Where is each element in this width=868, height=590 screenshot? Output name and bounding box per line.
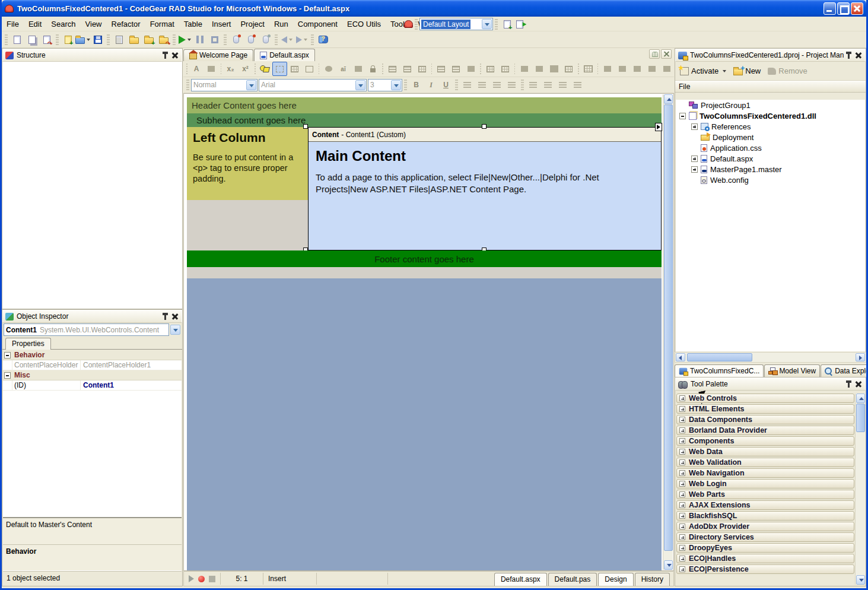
row-below-icon[interactable] (498, 62, 513, 76)
block-element-icon[interactable] (351, 62, 365, 76)
expand-icon[interactable] (679, 459, 685, 465)
left-column-region[interactable]: Left Column Be sure to put content in a … (187, 127, 308, 200)
category-adodbx-provider[interactable]: AdoDbx Provider (676, 522, 854, 531)
tree-item-references[interactable]: References (676, 121, 865, 132)
menu-eco-utils[interactable]: ECO Utils (342, 18, 386, 30)
superscript-icon[interactable]: x² (238, 62, 253, 76)
content-control[interactable]: Content - Content1 (Custom) Main Content… (308, 127, 662, 250)
category-web-data[interactable]: Web Data (676, 447, 854, 456)
delete-column-icon[interactable] (659, 62, 674, 76)
expand-icon[interactable] (679, 438, 685, 444)
increase-indent-icon[interactable] (570, 78, 585, 92)
tree-item-projectgroup1[interactable]: ProjectGroup1 (676, 100, 865, 110)
category-web-parts[interactable]: Web Parts (676, 490, 854, 499)
help-icon[interactable] (316, 33, 330, 47)
structure-pin-icon[interactable] (160, 51, 170, 60)
expand-icon[interactable] (691, 166, 698, 173)
tool-palette-scrollbar[interactable] (855, 394, 865, 585)
collapse-icon[interactable] (4, 352, 11, 359)
tree-item-application-css[interactable]: Application.css (676, 142, 865, 153)
content-control-body[interactable]: Main Content To add a page to this appli… (309, 142, 661, 201)
category-row-misc[interactable]: Misc (3, 370, 182, 380)
object-selector-combo[interactable]: Content1 System.Web.UI.WebControls.Conte… (4, 323, 169, 336)
italic-icon[interactable]: I (424, 78, 438, 92)
new-items-icon[interactable] (9, 33, 24, 47)
tab-project-manager[interactable]: TwoColumnsFixedC... (675, 364, 764, 377)
property-value[interactable]: Content1 (81, 381, 182, 389)
tree-item-project-dll[interactable]: TwoColumnsFixedCentered1.dll (676, 110, 865, 121)
align-table-left-icon[interactable] (385, 62, 400, 76)
flow-layout-icon[interactable] (321, 62, 336, 76)
scroll-left-icon[interactable] (676, 353, 685, 361)
cell-fill-icon[interactable] (546, 62, 561, 76)
font-size-combo[interactable]: 3 (368, 79, 402, 91)
property-value[interactable]: ContentPlaceHolder1 (81, 361, 182, 369)
show-glyphs-icon[interactable] (257, 62, 272, 76)
category-web-validation[interactable]: Web Validation (676, 458, 854, 467)
cell-merge-left-icon[interactable] (517, 62, 532, 76)
menu-view[interactable]: View (81, 18, 107, 30)
category-web-controls[interactable]: Web Controls (676, 394, 854, 403)
macro-play-icon[interactable] (189, 575, 194, 582)
expand-icon[interactable] (691, 123, 698, 130)
category-components[interactable]: Components (676, 436, 854, 446)
property-row-contentplaceholder[interactable]: ContentPlaceHolder ContentPlaceHolder1 (3, 360, 182, 370)
category-borland-data-provider[interactable]: Borland Data Provider (676, 426, 854, 435)
font-style-icon[interactable]: A (189, 62, 204, 76)
activate-button[interactable]: Activate (678, 65, 729, 77)
object-inspector-pin-icon[interactable] (160, 312, 170, 321)
tab-welcome-page[interactable]: Welcome Page (183, 49, 253, 61)
row-above-icon[interactable] (483, 62, 498, 76)
bullet-list-icon[interactable] (540, 78, 555, 92)
property-row-id[interactable]: (ID) Content1 (3, 380, 182, 391)
selection-handle-top-center[interactable] (482, 124, 487, 129)
run-icon[interactable] (177, 33, 192, 47)
scroll-down-icon[interactable] (664, 560, 673, 570)
tool-palette-close-icon[interactable] (853, 380, 863, 389)
tab-properties[interactable]: Properties (5, 338, 51, 350)
layout-combo[interactable]: Default Layout (419, 18, 493, 30)
scroll-thumb[interactable] (687, 353, 752, 361)
align-left-icon[interactable] (460, 78, 475, 92)
menu-insert[interactable]: Insert (207, 18, 236, 30)
menu-refactor[interactable]: Refactor (107, 18, 145, 30)
tab-list-button[interactable] (649, 49, 660, 59)
new-file-icon[interactable] (61, 33, 75, 47)
menu-format[interactable]: Format (145, 18, 179, 30)
apply-layout-button[interactable] (514, 17, 529, 31)
expand-icon[interactable] (679, 534, 685, 540)
open-folder-icon[interactable] (126, 33, 141, 47)
insert-column-icon[interactable] (644, 62, 659, 76)
expand-icon[interactable] (679, 513, 685, 519)
table-borders-icon[interactable] (415, 62, 430, 76)
font-name-combo[interactable]: Arial (259, 79, 367, 91)
scroll-up-icon[interactable] (856, 394, 865, 403)
tab-default-aspx-bottom[interactable]: Default.aspx (494, 573, 547, 586)
expand-icon[interactable] (679, 566, 685, 572)
page-properties-icon[interactable] (204, 62, 219, 76)
menu-search[interactable]: Search (46, 18, 80, 30)
close-button[interactable] (851, 2, 863, 15)
collapse-icon[interactable] (679, 113, 686, 119)
remove-button[interactable]: Remove (765, 65, 809, 77)
close-editor-button[interactable] (661, 49, 672, 59)
footer-region[interactable]: Footer content goes here (187, 250, 662, 267)
activate-dropdown-icon[interactable] (723, 70, 726, 72)
tree-item-web-config[interactable]: Web.config (676, 175, 865, 185)
align-right-icon[interactable] (489, 78, 504, 92)
macro-record-icon[interactable] (198, 576, 205, 582)
below-footer-region[interactable] (187, 267, 662, 278)
size-combo-dropdown-icon[interactable] (391, 80, 401, 90)
category-ajax-extensions[interactable]: AJAX Extensions (676, 500, 854, 510)
reopen-icon[interactable] (39, 33, 54, 47)
tree-item-deployment[interactable]: Deployment (676, 132, 865, 142)
underline-icon[interactable]: U (438, 78, 453, 92)
project-manager-close-icon[interactable] (853, 51, 863, 60)
align-center-icon[interactable] (475, 78, 489, 92)
object-inspector-close-icon[interactable] (170, 312, 179, 321)
expand-icon[interactable] (679, 395, 685, 401)
menu-run[interactable]: Run (269, 18, 293, 30)
tree-item-masterpage[interactable]: MasterPage1.master (676, 164, 865, 175)
show-borders-icon[interactable] (272, 62, 287, 76)
tab-design-view[interactable]: Design (598, 573, 633, 586)
